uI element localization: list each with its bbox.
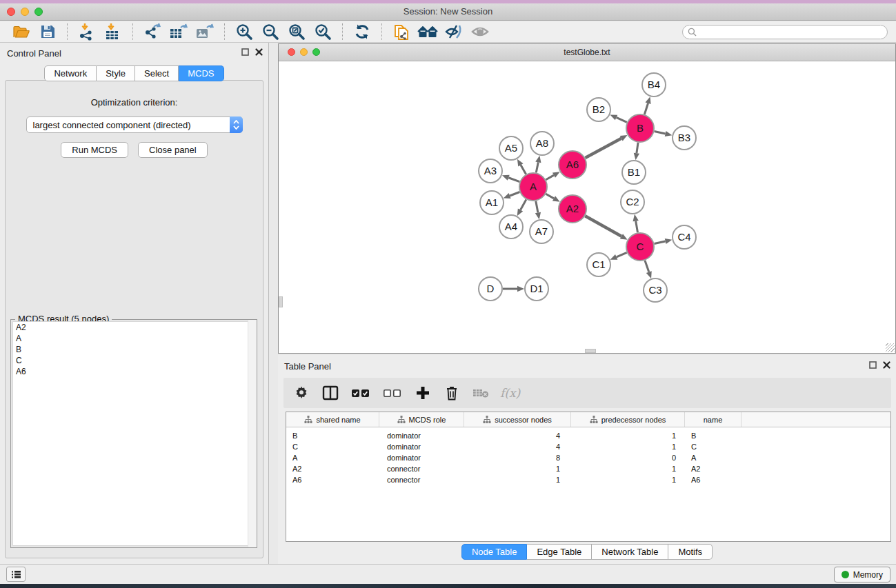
close-panel-button[interactable]: Close panel [138,142,208,158]
tab-mcds[interactable]: MCDS [179,65,223,81]
tab-edge-table[interactable]: Edge Table [527,544,592,560]
export-network-icon[interactable] [141,22,163,41]
result-scrollbar[interactable] [248,320,257,547]
first-neighbors-icon[interactable] [417,22,439,41]
column-header-mcds-role[interactable]: MCDS role [379,412,464,427]
tab-node-table[interactable]: Node Table [461,544,528,560]
show-all-icon[interactable] [469,22,491,41]
memory-button[interactable]: Memory [834,567,890,582]
refresh-icon[interactable] [351,22,373,41]
table-cell[interactable]: connector [379,476,464,484]
table-cell[interactable]: 1 [464,476,571,484]
tab-motifs[interactable]: Motifs [668,544,713,560]
table-cell[interactable]: 1 [571,432,685,440]
graph-edge[interactable] [508,178,519,182]
graph-edge[interactable] [585,139,621,158]
table-cell[interactable]: B [286,432,379,440]
table-row[interactable]: Bdominator41B [286,430,890,441]
table-cell[interactable]: A [286,454,379,462]
zoom-out-icon[interactable] [259,22,281,41]
window-resize-grip[interactable] [886,343,895,352]
close-panel-icon[interactable] [255,48,263,56]
close-table-panel-icon[interactable] [883,361,890,369]
graph-edge[interactable] [644,103,648,114]
table-cell[interactable]: C [286,443,379,451]
table-cell[interactable]: A [685,454,741,462]
table-row[interactable]: A2connector11A2 [286,463,890,474]
export-table-icon[interactable] [168,22,190,41]
graph-edge[interactable] [521,165,526,174]
criterion-dropdown[interactable]: largest connected component (directed) [26,116,243,133]
table-cell[interactable]: connector [379,465,464,473]
result-item[interactable]: B [13,344,255,355]
search-field[interactable] [682,25,888,39]
tab-network-table[interactable]: Network Table [592,544,668,560]
table-cell[interactable]: B [685,432,741,440]
table-cell[interactable]: 1 [571,476,685,484]
table-cell[interactable]: dominator [379,432,464,440]
zoom-fit-icon[interactable] [286,22,308,41]
result-item[interactable]: A [13,333,255,344]
result-item[interactable]: C [13,355,255,366]
table-cell[interactable]: A2 [286,465,379,473]
graph-edge[interactable] [645,261,649,272]
table-cell[interactable]: 4 [464,432,571,440]
function-builder-button[interactable]: f(x) [500,386,520,400]
graph-edge[interactable] [655,241,666,244]
delete-table-icon[interactable] [471,383,490,403]
result-item[interactable]: A6 [13,366,255,377]
graph-edge[interactable] [536,201,538,213]
zoom-in-icon[interactable] [233,22,255,41]
table-cell[interactable]: A6 [685,476,741,484]
import-table-icon[interactable] [102,22,124,41]
network-window-titlebar[interactable]: testGlobe.txt [279,44,895,61]
float-panel-icon[interactable] [241,48,249,56]
table-cell[interactable]: dominator [379,443,464,451]
graph-edge[interactable] [585,216,621,236]
graph-edge[interactable] [510,192,519,196]
table-cell[interactable]: C [685,443,741,451]
column-header-shared-name[interactable]: shared name [286,412,379,427]
table-cell[interactable]: dominator [379,454,464,462]
graph-edge[interactable] [636,221,638,233]
table-settings-gear-icon[interactable] [292,383,311,403]
column-header-predecessor-nodes[interactable]: predecessor nodes [571,412,685,427]
table-cell[interactable]: 1 [464,465,571,473]
graph-edge[interactable] [617,117,627,122]
table-cell[interactable]: 1 [571,465,685,473]
run-mcds-button[interactable]: Run MCDS [61,142,128,158]
table-cell[interactable]: 8 [464,454,571,462]
tab-style[interactable]: Style [97,65,135,81]
deselect-all-checkboxes-icon[interactable] [381,383,404,403]
tab-network[interactable]: Network [44,65,97,81]
column-header-name[interactable]: name [685,412,741,427]
show-panels-button[interactable] [6,567,26,582]
delete-column-icon[interactable] [442,383,461,403]
zoom-selected-icon[interactable] [312,22,334,41]
table-cell[interactable]: 1 [571,443,685,451]
select-all-checkboxes-icon[interactable] [350,383,372,403]
table-cell[interactable]: 0 [571,454,685,462]
save-session-icon[interactable] [37,22,59,41]
graph-edge[interactable] [617,252,627,257]
table-row[interactable]: Cdominator41C [286,441,890,452]
table-row[interactable]: Adominator80A [286,452,890,463]
graph-edge[interactable] [655,131,666,134]
table-row[interactable]: A6connector11A6 [286,474,890,485]
search-input[interactable] [697,26,882,37]
graph-edge[interactable] [521,199,526,210]
network-canvas[interactable]: B4B2BB3A5A8A6A3B1AA1C2A2A4A7C4CC1C3DD1 [279,62,895,353]
graph-edge[interactable] [536,162,538,172]
column-view-icon[interactable] [321,383,340,403]
import-network-icon[interactable] [76,22,98,41]
clone-network-icon[interactable] [390,22,412,41]
mcds-result-list[interactable]: A2ABCA6 [12,321,255,546]
export-image-icon[interactable] [194,22,216,41]
table-cell[interactable]: 4 [464,443,571,451]
hide-selected-icon[interactable] [443,22,465,41]
open-file-icon[interactable] [10,22,32,41]
tab-select[interactable]: Select [135,65,179,81]
graph-edge[interactable] [546,175,554,180]
column-header-successor-nodes[interactable]: successor nodes [464,412,571,427]
add-column-icon[interactable] [413,383,432,403]
